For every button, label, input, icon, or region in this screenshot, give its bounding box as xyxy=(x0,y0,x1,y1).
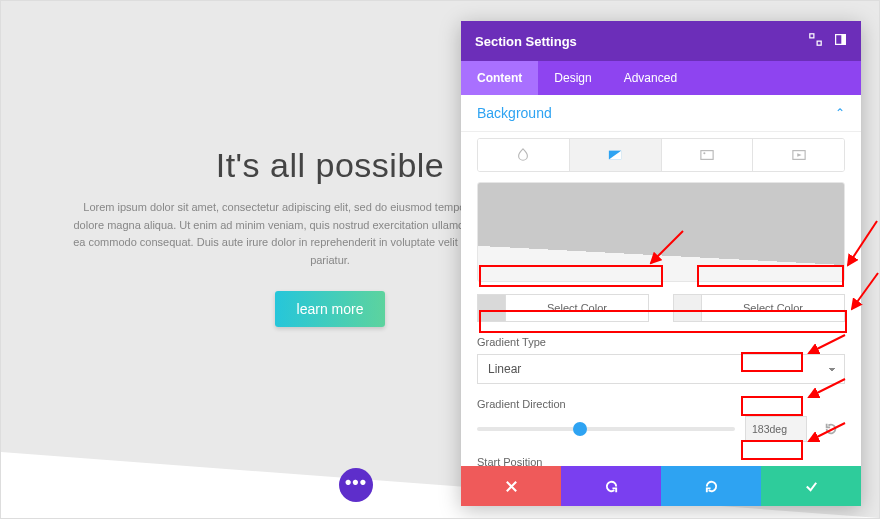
tab-content[interactable]: Content xyxy=(461,61,538,95)
color-picker-1[interactable]: Select Color xyxy=(477,294,649,322)
gradient-preview xyxy=(477,182,845,282)
chevron-up-icon[interactable]: ⌃ xyxy=(835,106,845,120)
direction-slider[interactable] xyxy=(477,427,735,431)
tab-design[interactable]: Design xyxy=(538,61,607,95)
panel-title: Section Settings xyxy=(475,34,577,49)
bg-tab-gradient[interactable] xyxy=(569,139,661,171)
select-color-1-label: Select Color xyxy=(506,295,648,321)
svg-rect-1 xyxy=(817,41,821,45)
start-position-label: Start Position xyxy=(477,456,845,466)
svg-point-6 xyxy=(703,152,705,154)
bg-tab-video[interactable] xyxy=(752,139,844,171)
color-picker-2[interactable]: Select Color xyxy=(673,294,845,322)
gradient-type-label: Gradient Type xyxy=(477,336,845,348)
direction-value[interactable]: 183deg xyxy=(745,416,807,442)
direction-reset[interactable] xyxy=(817,416,845,442)
footer-undo[interactable] xyxy=(561,466,661,506)
swatch-1 xyxy=(478,295,506,321)
swatch-2 xyxy=(674,295,702,321)
svg-rect-3 xyxy=(841,35,845,45)
fab-more-button[interactable]: ••• xyxy=(339,468,373,502)
select-color-2-label: Select Color xyxy=(702,295,844,321)
bg-tab-image[interactable] xyxy=(661,139,753,171)
tab-advanced[interactable]: Advanced xyxy=(608,61,693,95)
accordion-background[interactable]: Background xyxy=(477,105,552,121)
svg-rect-5 xyxy=(701,151,713,160)
footer-cancel[interactable] xyxy=(461,466,561,506)
snap-icon[interactable] xyxy=(834,33,847,49)
gradient-type-select[interactable]: Linear xyxy=(477,354,845,384)
footer-redo[interactable] xyxy=(661,466,761,506)
bg-tab-color[interactable] xyxy=(478,139,569,171)
expand-icon[interactable] xyxy=(809,33,822,49)
footer-save[interactable] xyxy=(761,466,861,506)
gradient-direction-label: Gradient Direction xyxy=(477,398,845,410)
svg-rect-0 xyxy=(810,34,814,38)
section-settings-panel: Section Settings Content Design Advanced… xyxy=(461,21,861,506)
learn-more-button[interactable]: learn more xyxy=(275,291,386,327)
